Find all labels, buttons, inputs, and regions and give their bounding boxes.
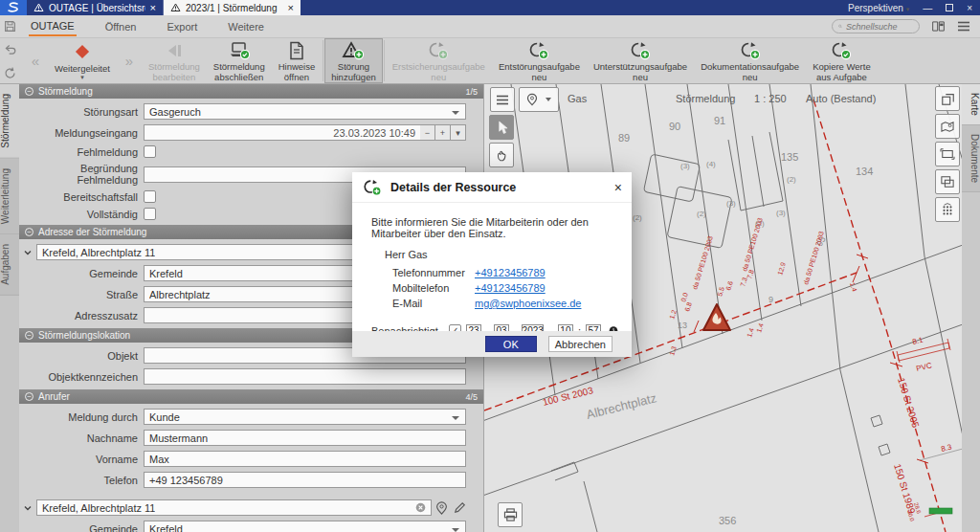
fehlmeldung-checkbox[interactable] <box>144 145 156 158</box>
task-plus-icon <box>527 41 550 60</box>
anrufer-adresse-summary[interactable]: Krefeld, Albrechtplatz 11 <box>36 499 432 516</box>
vorname-input[interactable]: Max <box>144 451 466 467</box>
tab-close-icon[interactable]: × <box>150 2 156 13</box>
menu-export[interactable]: Export <box>165 18 199 35</box>
quick-search[interactable] <box>832 19 920 33</box>
calendar-dropdown-button[interactable]: ▾ <box>451 124 466 141</box>
map-network-label: Gas <box>568 93 587 104</box>
field-label: Gemeinde <box>19 268 144 279</box>
minimize-button[interactable]: — <box>923 3 932 13</box>
save-icon[interactable] <box>4 20 16 33</box>
nachname-input[interactable]: Mustermann <box>144 430 466 446</box>
objektkennzeichen-input[interactable] <box>144 368 466 385</box>
hinweise-oeffnen-button[interactable]: Hinweiseöffnen <box>272 38 323 83</box>
email-link[interactable]: mg@swphoenixsee.de <box>475 297 581 312</box>
map-scale-label[interactable]: 1 : 250 <box>754 93 787 104</box>
warning-plus-icon <box>342 41 365 60</box>
menu-weitere[interactable]: Weitere <box>226 18 266 35</box>
tab-karte[interactable]: Karte <box>962 84 980 125</box>
map-label: 150 St 1989 <box>892 462 917 515</box>
stoerungsart-select[interactable]: Gasgeruch <box>144 103 466 120</box>
section-counter: 4/5 <box>465 392 478 402</box>
cancel-button[interactable]: Abbrechen <box>548 336 612 352</box>
clear-icon[interactable] <box>415 502 426 513</box>
weitergeleitet-button[interactable]: Weitergeleitet▾ <box>48 38 117 83</box>
menu-oeffnen[interactable]: Öffnen <box>103 18 139 35</box>
map-label: (3) <box>680 162 690 170</box>
tab-weiterleitung-rail[interactable]: Weiterleitung <box>0 159 19 234</box>
dialog-title: Details der Ressource <box>390 181 607 194</box>
map-label: 90 <box>669 121 680 132</box>
tab-stoermeldung-rail[interactable]: Störmeldung <box>0 84 19 159</box>
tab-stoermeldung[interactable]: 2023/1 | Störmeldung × <box>164 0 301 15</box>
map-label: 150 St 2005 <box>896 376 921 429</box>
tab-close-icon[interactable]: × <box>288 2 294 13</box>
map-label: da 50 PE100 2003 <box>741 217 764 273</box>
anrufer-adresse-expander[interactable]: Krefeld, Albrechtplatz 11 <box>23 499 483 516</box>
folded-map-icon <box>940 121 955 133</box>
mobile-link[interactable]: +49123456789 <box>475 281 546 297</box>
menu-hamburger-icon[interactable] <box>957 21 970 32</box>
ok-button[interactable]: OK <box>485 336 537 352</box>
tab-outage-overview[interactable]: OUTAGE | Übersichtsreiter × <box>27 0 164 15</box>
legend-book-icon[interactable] <box>931 20 946 33</box>
overview-frames-button[interactable] <box>935 86 960 111</box>
images-button[interactable] <box>935 169 960 194</box>
task-plus-icon <box>362 178 383 197</box>
kopiere-werte-button[interactable]: Kopiere Werteaus Aufgabe <box>806 38 878 83</box>
bereitschaftsfall-checkbox[interactable] <box>144 190 156 203</box>
perspectives-menu[interactable]: Perspektiven ▾ <box>848 3 909 13</box>
map-label: 100 St 2003 <box>542 385 594 408</box>
map-label: (2) <box>697 210 706 218</box>
tab-dokumente[interactable]: Dokumente <box>962 125 980 192</box>
resource-name: Herr Gas <box>385 249 618 260</box>
map-layers-button[interactable] <box>490 87 515 112</box>
tab-label: OUTAGE | Übersichtsreiter <box>49 3 145 13</box>
refresh-icon[interactable] <box>4 67 16 79</box>
stoermeldung-bearbeiten-button: Störmeldungbearbeiten <box>142 38 207 83</box>
apps-grid-button[interactable] <box>935 197 960 222</box>
search-input[interactable] <box>846 22 913 32</box>
undo-icon[interactable] <box>4 44 16 55</box>
nav-prev-button[interactable]: « <box>23 38 48 83</box>
increment-button[interactable]: + <box>435 124 451 141</box>
collapse-icon[interactable]: − <box>25 392 33 401</box>
phone-link[interactable]: +49123456789 <box>475 266 546 281</box>
stoermeldung-abschliessen-button[interactable]: Störmeldungabschließen <box>207 38 272 83</box>
dialog-close-icon[interactable]: × <box>614 180 622 195</box>
hand-icon <box>495 148 508 162</box>
tab-aufgaben-rail[interactable]: Aufgaben <box>0 234 19 296</box>
field-label: Adresszusatz <box>19 310 144 321</box>
stoerung-marker[interactable] <box>703 304 730 330</box>
collapse-icon[interactable]: − <box>25 331 33 340</box>
map-label: 89 <box>618 132 630 144</box>
field-row: Vorname Max <box>19 451 483 467</box>
edit-pencil-icon[interactable] <box>454 501 466 514</box>
map-style-label[interactable]: Auto (Bestand) <box>806 93 876 104</box>
collapse-icon[interactable]: − <box>25 228 33 236</box>
transform-view-button[interactable] <box>935 142 960 166</box>
unterstuetzungsaufgabe-neu-button[interactable]: Unterstützungsaufgabeneu <box>587 38 694 83</box>
task-plus-icon <box>427 41 450 60</box>
map-label: 356 <box>719 515 736 526</box>
maximize-button[interactable] <box>946 4 953 11</box>
print-map-button[interactable] <box>498 502 523 527</box>
map-pin-icon[interactable] <box>435 501 448 515</box>
meldungseingang-input[interactable]: 23.03.2023 10:49 <box>144 124 420 141</box>
meldung-durch-select[interactable]: Kunde <box>144 409 466 425</box>
collapse-icon[interactable]: − <box>25 87 33 96</box>
vollstaendig-checkbox[interactable] <box>144 208 156 220</box>
stoerung-hinzufuegen-button[interactable]: Störunghinzufügen <box>324 38 382 83</box>
map-book-button[interactable] <box>935 114 960 139</box>
close-button[interactable]: × <box>967 3 972 13</box>
nav-next-button[interactable]: » <box>117 38 142 83</box>
pan-tool-button[interactable] <box>489 143 514 167</box>
telefon-input[interactable]: +49 123456789 <box>144 472 466 488</box>
select-tool-button[interactable] <box>489 115 514 140</box>
entstoerungsaufgabe-neu-button[interactable]: Entstörungsaufgabeneu <box>492 38 587 83</box>
dokumentationsaufgabe-neu-button[interactable]: Dokumentationsaufgabeneu <box>694 38 806 83</box>
gemeinde2-select[interactable]: Krefeld <box>144 521 466 532</box>
decrement-button[interactable]: − <box>420 124 435 141</box>
map-locate-select[interactable] <box>519 87 559 112</box>
menu-outage[interactable]: OUTAGE <box>29 17 77 36</box>
